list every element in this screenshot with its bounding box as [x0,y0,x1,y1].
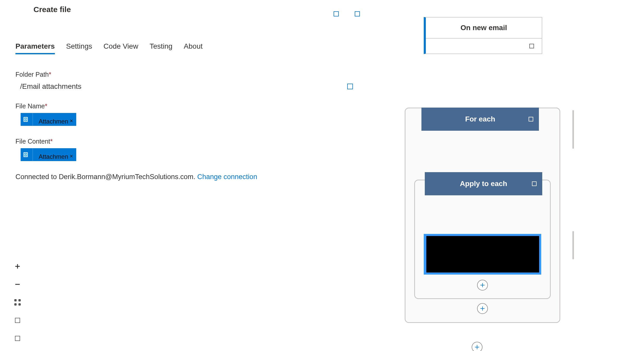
tabs: Parameters Settings Code View Testing Ab… [15,42,350,54]
selected-action-card[interactable] [424,234,541,275]
square-icon [15,318,20,323]
trigger-menu-icon[interactable] [529,44,534,48]
zoom-out-button[interactable] [10,275,25,293]
toolbar-button-1[interactable] [10,311,25,329]
outlook-icon: O [21,113,33,126]
tab-about[interactable]: About [184,42,202,54]
file-content-token[interactable]: O Attachmen × [21,148,76,161]
apply-menu-icon[interactable] [532,181,537,186]
action-editor-panel: Create file Parameters Settings Code Vie… [15,5,350,181]
zoom-in-button[interactable] [10,257,25,275]
svg-text:O: O [24,118,27,121]
tab-testing[interactable]: Testing [150,42,173,54]
toolbar-button-2[interactable] [10,329,25,347]
fit-screen-icon [14,299,21,305]
folder-browse-icon[interactable] [347,84,353,89]
top-action-icon-1[interactable] [334,11,339,16]
top-action-icon-2[interactable] [355,11,360,16]
change-connection-link[interactable]: Change connection [197,173,257,181]
outlook-icon: O [21,148,33,161]
connection-email: Derik.Bormann@MyriumTechSolutions.com [59,173,193,181]
field-folder-path: Folder Path* /Email attachments [15,71,350,91]
connection-status: Connected to Derik.Bormann@MyriumTechSol… [15,173,350,181]
file-name-token[interactable]: O Attachmen × [21,113,76,126]
fit-screen-button[interactable] [10,293,25,311]
zoom-toolbar [10,257,25,347]
apply-title: Apply to each [425,180,542,188]
foreach-container[interactable]: For each Apply to each [405,108,560,323]
top-icon-bar [334,11,360,16]
trigger-body [426,39,542,54]
token-remove-icon[interactable]: × [70,150,73,160]
trigger-title: On new email [426,17,542,39]
svg-text:O: O [24,153,27,156]
file-content-token-text: Attachmen [33,149,68,160]
add-action-outer-button[interactable] [477,303,488,314]
minimap-tick [572,231,574,259]
tab-code-view[interactable]: Code View [104,42,138,54]
foreach-header[interactable]: For each [421,108,539,131]
flow-canvas: On new email For each Apply to each [424,17,568,93]
square-icon [15,336,20,341]
add-action-bottom-button[interactable] [472,342,482,351]
file-name-label: File Name* [15,102,350,110]
trigger-card[interactable]: On new email [424,17,542,54]
apply-header[interactable]: Apply to each [425,172,542,195]
foreach-menu-icon[interactable] [529,117,533,121]
file-content-label: File Content* [15,138,350,145]
token-remove-icon[interactable]: × [70,115,73,124]
folder-path-label: Folder Path* [15,71,350,78]
file-name-token-text: Attachmen [33,114,68,125]
minimap-tick [572,110,574,149]
tab-settings[interactable]: Settings [66,42,92,54]
apply-to-each-container[interactable]: Apply to each [414,180,551,299]
foreach-title: For each [421,115,539,123]
field-file-name: File Name* O Attachmen × [15,102,350,126]
field-file-content: File Content* O Attachmen × [15,138,350,161]
folder-path-value[interactable]: /Email attachments [15,82,81,91]
add-action-inner-button[interactable] [477,280,488,291]
tab-parameters[interactable]: Parameters [15,42,55,54]
panel-title: Create file [33,5,350,14]
